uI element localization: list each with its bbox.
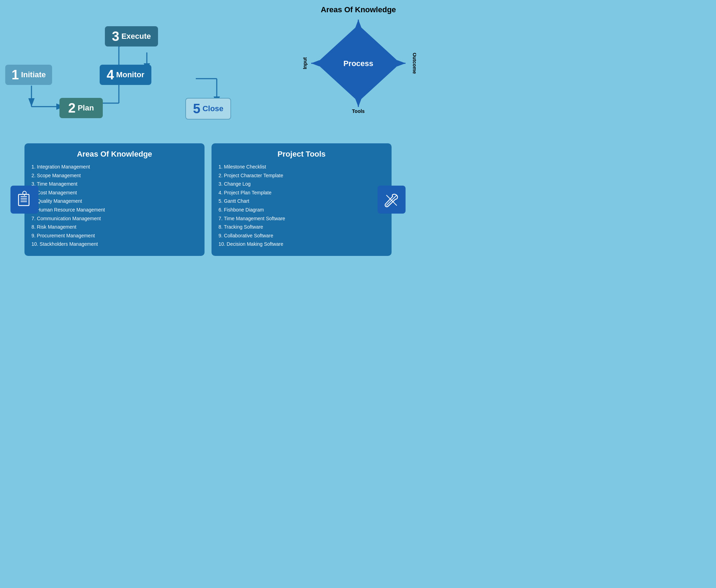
step2-number: 2 xyxy=(68,101,76,115)
list-item: 3. Time Management xyxy=(31,181,198,188)
tools-panel: Project Tools 1. Milestone Checklist2. P… xyxy=(212,143,392,256)
list-item: 8. Tracking Software xyxy=(219,224,385,231)
step1-number: 1 xyxy=(12,68,19,81)
tools-list: 1. Milestone Checklist2. Project Charact… xyxy=(219,164,385,248)
list-item: 3. Change Log xyxy=(219,181,385,188)
list-item: 10. Decision Making Software xyxy=(219,241,385,248)
list-item: 7. Time Management Software xyxy=(219,215,385,222)
step-monitor: 4 Monitor xyxy=(100,65,151,85)
step5-number: 5 xyxy=(193,102,200,115)
process-diamond-section: Areas Of Knowledge xyxy=(309,5,407,109)
knowledge-panel-title: Areas Of Knowledge xyxy=(31,150,198,159)
diamond-svg: Process xyxy=(309,18,407,109)
step-plan: 2 Plan xyxy=(59,98,103,118)
flowchart-area: 1 Initiate 2 Plan 3 Execute 4 Monitor 5 … xyxy=(0,0,416,140)
book-icon xyxy=(10,186,38,214)
list-item: 2. Project Character Template xyxy=(219,172,385,179)
list-item: 4. Cost Management xyxy=(31,189,198,196)
areas-of-knowledge-heading: Areas Of Knowledge xyxy=(309,5,407,14)
svg-text:Process: Process xyxy=(343,59,373,68)
step-initiate: 1 Initiate xyxy=(5,65,52,85)
step3-number: 3 xyxy=(112,30,119,43)
step3-label: Execute xyxy=(121,32,151,41)
list-item: 4. Project Plan Template xyxy=(219,189,385,196)
list-item: 1. Integration Management xyxy=(31,164,198,171)
list-item: 1. Milestone Checklist xyxy=(219,164,385,171)
list-item: 9. Collaborative Software xyxy=(219,232,385,239)
list-item: 9. Procurement Management xyxy=(31,232,198,239)
list-item: 5. Quality Management xyxy=(31,198,198,205)
diamond-tools-label: Tools xyxy=(352,108,365,114)
step5-label: Close xyxy=(202,104,223,113)
step4-label: Monitor xyxy=(116,70,144,79)
step4-number: 4 xyxy=(107,68,114,81)
list-item: 6. Fishbone Diagram xyxy=(219,207,385,214)
tools-panel-title: Project Tools xyxy=(219,150,385,159)
step-close: 5 Close xyxy=(185,98,231,120)
diamond-input-label: Input xyxy=(302,57,308,69)
bottom-panels: Areas Of Knowledge 1. Integration Manage… xyxy=(0,140,416,259)
knowledge-list: 1. Integration Management2. Scope Manage… xyxy=(31,164,198,248)
step-execute: 3 Execute xyxy=(105,26,158,46)
diamond-outcome-label: Outcome xyxy=(412,53,416,74)
list-item: 8. Risk Management xyxy=(31,224,198,231)
list-item: 6. Human Resource Management xyxy=(31,207,198,214)
list-item: 7. Communication Management xyxy=(31,215,198,222)
list-item: 2. Scope Management xyxy=(31,172,198,179)
step2-label: Plan xyxy=(78,103,94,113)
step1-label: Initiate xyxy=(21,70,46,79)
list-item: 5. Gantt Chart xyxy=(219,198,385,205)
list-item: 10. Stackholders Management xyxy=(31,241,198,248)
diamond-container: Process Input Outcome Tools xyxy=(309,18,407,109)
knowledge-panel: Areas Of Knowledge 1. Integration Manage… xyxy=(24,143,205,256)
wrench-icon xyxy=(378,186,406,214)
